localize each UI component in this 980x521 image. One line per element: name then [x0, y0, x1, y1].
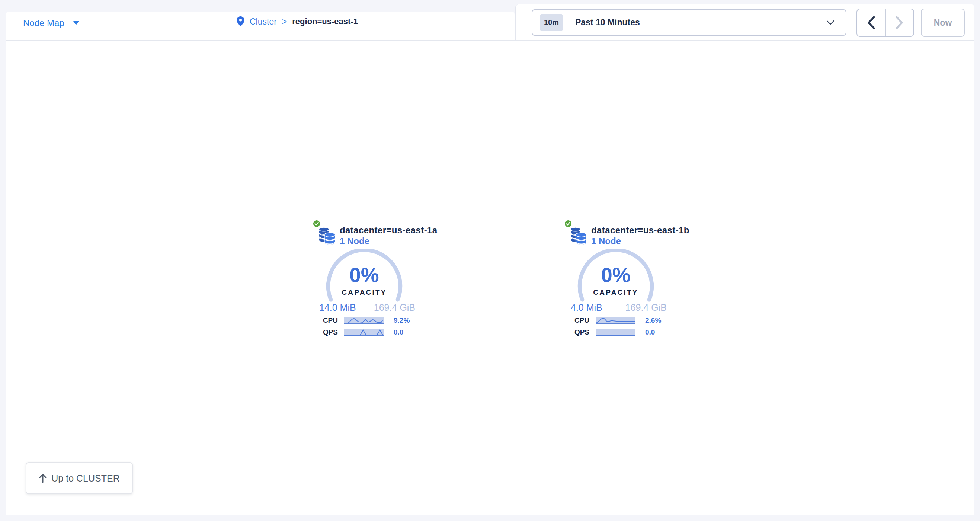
- datacenter-title: datacenter=us-east-1a: [340, 225, 438, 236]
- qps-sparkline: [596, 329, 635, 336]
- capacity-total: 169.4 GiB: [625, 303, 667, 312]
- node-map-canvas: [6, 41, 974, 515]
- capacity-label: CAPACITY: [323, 288, 405, 296]
- time-range-dropdown[interactable]: 10m Past 10 Minutes: [532, 9, 846, 36]
- cpu-sparkline: [596, 317, 635, 324]
- database-stack-icon: [570, 226, 587, 247]
- cpu-label: CPU: [564, 316, 589, 325]
- cpu-label: CPU: [313, 316, 338, 325]
- chevron-down-icon: [826, 20, 835, 25]
- capacity-used: 4.0 MiB: [571, 303, 602, 312]
- breadcrumb: Cluster > region=us-east-1: [237, 16, 358, 27]
- capacity-label: CAPACITY: [575, 288, 657, 296]
- capacity-percentage: 0%: [575, 265, 657, 285]
- qps-sparkline: [344, 329, 384, 336]
- view-selector-label: Node Map: [23, 18, 64, 28]
- chevron-right-icon: [896, 16, 904, 29]
- datacenter-node-count: 1 Node: [591, 236, 621, 246]
- qps-value: 0.0: [394, 328, 403, 336]
- capacity-total: 169.4 GiB: [374, 303, 415, 312]
- now-button-label: Now: [934, 18, 952, 28]
- up-to-cluster-button[interactable]: Up to CLUSTER: [25, 462, 133, 494]
- up-to-cluster-label: Up to CLUSTER: [51, 473, 119, 484]
- chevron-down-icon: [73, 21, 79, 25]
- cpu-value: 9.2%: [394, 316, 410, 325]
- datacenter-group-us-east-1b[interactable]: datacenter=us-east-1b 1 Node 0% CAPACITY…: [564, 218, 694, 341]
- cpu-sparkline: [344, 317, 384, 324]
- capacity-values: 4.0 MiB 169.4 GiB: [571, 303, 667, 312]
- time-back-button[interactable]: [857, 9, 886, 36]
- datacenter-title: datacenter=us-east-1b: [591, 225, 689, 236]
- qps-label: QPS: [564, 328, 589, 336]
- view-selector-dropdown[interactable]: Node Map: [23, 18, 79, 28]
- chevron-left-icon: [867, 16, 875, 29]
- qps-label: QPS: [313, 328, 338, 336]
- cpu-value: 2.6%: [645, 316, 661, 325]
- time-forward-button[interactable]: [886, 9, 914, 36]
- time-range-badge: 10m: [540, 14, 563, 31]
- now-button[interactable]: Now: [921, 8, 965, 37]
- datacenter-node-count: 1 Node: [340, 236, 369, 246]
- qps-metric-row: QPS 0.0: [313, 328, 420, 336]
- breadcrumb-current: region=us-east-1: [292, 17, 358, 26]
- breadcrumb-cluster-link[interactable]: Cluster: [250, 17, 277, 27]
- qps-value: 0.0: [645, 328, 655, 336]
- time-nav-group: [856, 8, 914, 37]
- database-stack-icon: [318, 226, 336, 247]
- capacity-used: 14.0 MiB: [319, 303, 356, 312]
- breadcrumb-separator: >: [282, 17, 287, 27]
- arrow-up-icon: [39, 473, 47, 483]
- qps-metric-row: QPS 0.0: [564, 328, 672, 336]
- datacenter-group-us-east-1a[interactable]: datacenter=us-east-1a 1 Node 0% CAPACITY…: [313, 218, 443, 341]
- capacity-values: 14.0 MiB 169.4 GiB: [319, 303, 415, 312]
- cpu-metric-row: CPU 2.6%: [564, 316, 672, 325]
- capacity-percentage: 0%: [323, 265, 405, 285]
- time-range-label: Past 10 Minutes: [575, 18, 826, 27]
- cpu-metric-row: CPU 9.2%: [313, 316, 420, 325]
- location-pin-icon: [237, 16, 245, 27]
